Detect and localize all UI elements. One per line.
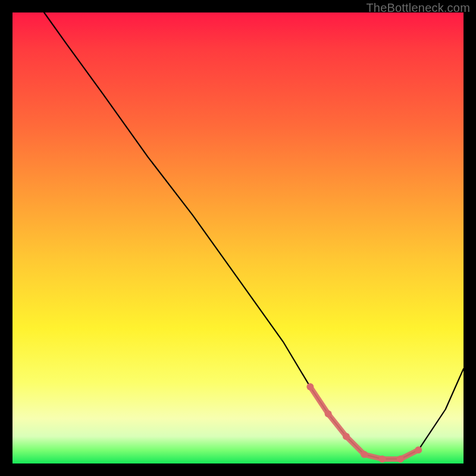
curve-layer (44, 12, 464, 459)
valley-highlight-path (310, 387, 418, 459)
dots-layer (306, 383, 422, 462)
valley-dot (415, 446, 422, 453)
chart-frame: TheBottleneck.com (0, 0, 476, 476)
valley-dot (397, 455, 404, 462)
bottleneck-curve-path (44, 12, 464, 459)
chart-svg (12, 12, 464, 464)
valley-dot (379, 455, 386, 462)
valley-dot (361, 451, 368, 458)
valley-dot (306, 383, 314, 390)
plot-area (12, 12, 464, 464)
valley-dot (343, 433, 350, 440)
valley-dot (325, 411, 332, 418)
